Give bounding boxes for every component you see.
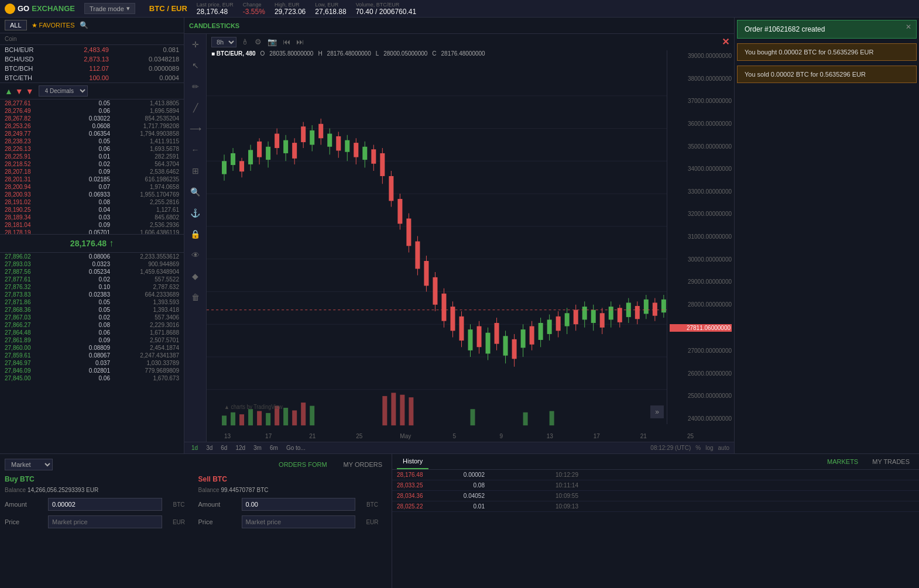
percentage-icon[interactable]: % [695,445,701,451]
svg-rect-69 [477,326,482,348]
svg-rect-39 [345,140,349,152]
tf-1d-btn[interactable]: 1d [189,444,200,452]
sell-price-input[interactable] [242,515,356,528]
tf-6d-btn[interactable]: 6d [218,444,229,452]
svg-rect-51 [397,199,402,223]
orders-form-tab[interactable]: ORDERS FORM [274,459,332,470]
svg-text:25: 25 [356,432,362,440]
my-orders-tab[interactable]: MY ORDERS [339,459,387,470]
down-arrow-button2[interactable]: ▼ [15,87,23,95]
measure-tool[interactable]: ⊞ [188,164,203,178]
replay-fwd-icon[interactable]: ⏭ [295,36,305,47]
lock-tool[interactable]: 🔒 [188,227,203,241]
change-col: Change -3.55% [243,2,265,16]
red-triangle[interactable]: ▼ [26,87,34,95]
market-type-select[interactable]: Market [5,459,53,470]
bought-text: You bought 0.00002 BTC for 0.5635296 EUR [745,49,873,56]
coin-header: Coin [0,33,184,45]
svg-rect-11 [222,161,227,174]
goto-btn[interactable]: Go to... [284,444,308,452]
chart-close-button[interactable]: ✕ [722,36,729,47]
table-row: 27,866.270.082,229.3016 [0,321,184,329]
order-form-panel: Market ORDERS FORM MY ORDERS Buy BTC Bal… [0,454,392,588]
candle-type-icon[interactable]: 🕯 [240,36,250,47]
crosshair-tool[interactable]: ✛ [188,37,203,51]
svg-rect-85 [547,319,552,334]
tf-6m-btn[interactable]: 6m [268,444,280,452]
notification-close-btn[interactable]: ✕ [906,23,911,31]
list-item[interactable]: BCH/USD 2,873.13 0.0348218 [0,54,184,64]
svg-rect-53 [406,218,411,246]
svg-rect-45 [371,149,376,164]
favorites-button[interactable]: ★ FAVORITES [32,22,75,29]
low-col: Low, EUR 27,618.88 [315,2,346,16]
settings-icon[interactable]: ⚙ [253,36,263,47]
list-item[interactable]: BTC/ETH 100.00 0.0004 [0,73,184,82]
trade-mode-button[interactable]: Trade mode ▾ [84,3,135,14]
list-item[interactable]: BCH/EUR 2,483.49 0.081 [0,45,184,54]
markets-tab[interactable]: MARKETS [822,456,863,467]
eye-tool[interactable]: 👁 [188,248,203,262]
chart-canvas: 8h 🕯 ⚙ 📷 ⏮ ⏭ ✕ ■ BTC/EUR, 480 O 28035.80… [207,34,734,442]
svg-rect-13 [231,153,235,165]
ohlc-l-label: L [376,50,379,57]
svg-rect-107 [644,300,649,314]
tf-12d-btn[interactable]: 12d [233,444,248,452]
svg-rect-77 [512,339,517,359]
svg-rect-97 [600,313,605,328]
table-row: 28,225.910.01282.2591 [0,153,184,160]
svg-rect-41 [354,143,358,157]
table-row: 28,277.610.051,413.8805 [0,99,184,107]
anchor-tool[interactable]: ⚓ [188,206,203,220]
svg-rect-136 [382,396,387,425]
sell-amount-input[interactable] [242,498,356,511]
back-tool[interactable]: ← [188,143,203,157]
table-row: 28,033.25 0.08 10:11:14 [392,480,919,491]
zoom-tool[interactable]: 🔍 [188,185,203,199]
replay-back-icon[interactable]: ⏮ [282,36,292,47]
chart-title: CANDLESTICKS [189,22,239,29]
trash-tool[interactable]: 🗑 [188,290,203,304]
list-item[interactable]: BTC/BCH 112.07 0.0000089 [0,64,184,73]
ray-tool[interactable]: ⟶ [188,122,203,136]
line-tool[interactable]: ╱ [188,101,203,115]
table-row: 28,201.310.02185616.1986235 [0,176,184,183]
table-row: 27,867.030.02557.3406 [0,314,184,321]
draw-tool[interactable]: ✏ [188,80,203,94]
current-price-display: 28,176.48 ↑ [0,234,184,253]
left-top-controls: ALL ★ FAVORITES 🔍 [0,18,184,33]
timeframe-select[interactable]: 8h [211,37,236,47]
svg-rect-17 [248,150,253,164]
camera-icon[interactable]: 📷 [266,36,278,47]
svg-text:▲ charts by TradingView: ▲ charts by TradingView [224,404,283,411]
buy-price-input[interactable] [48,515,162,528]
decimals-select[interactable]: 4 Decimals [39,85,88,97]
buy-amount-input[interactable] [48,498,162,511]
svg-rect-132 [283,408,288,425]
svg-rect-25 [283,140,288,153]
history-tab[interactable]: History [397,454,428,469]
history-tabs: History MARKETS MY TRADES [392,454,919,470]
all-button[interactable]: ALL [5,20,27,30]
svg-rect-140 [471,409,475,425]
table-row: 28,178.190.057011,606.4386119 [0,229,184,234]
my-trades-tab[interactable]: MY TRADES [867,456,914,467]
svg-rect-33 [318,124,323,139]
tf-3d-btn[interactable]: 3d [204,444,215,452]
decimals-control: ▲ ▼ ▼ 4 Decimals [0,82,184,99]
table-row: 28,253.260.06081,717.798208 [0,122,184,130]
expand-button[interactable]: » [650,405,664,418]
cursor-tool[interactable]: ↖ [188,59,203,73]
current-price-scale: 27811.06000000 [670,324,732,332]
sell-balance-row: Balance 99.44570787 BTC [198,487,388,493]
tf-3m-btn[interactable]: 3m [251,444,264,452]
auto-btn[interactable]: auto [718,445,729,451]
svg-rect-125 [222,415,227,425]
svg-text:21: 21 [640,432,647,440]
order-created-text: Order #10621682 created [745,25,825,33]
search-icon[interactable]: 🔍 [80,21,88,29]
diamond-tool[interactable]: ◆ [188,269,203,283]
log-btn[interactable]: log [705,445,713,451]
bottom-panel: Market ORDERS FORM MY ORDERS Buy BTC Bal… [0,453,919,588]
up-arrow-button[interactable]: ▲ [5,87,13,95]
